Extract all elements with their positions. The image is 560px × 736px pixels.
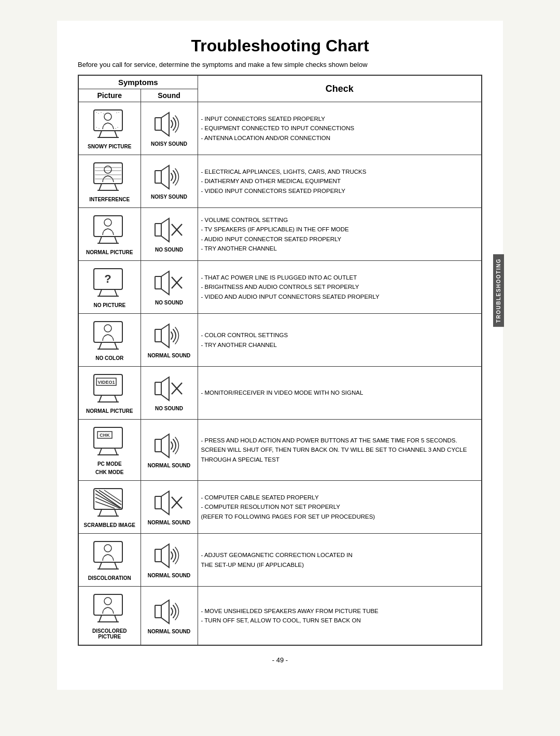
picture-cell: NORMAL PICTURE [78,208,141,261]
check-cell: - COMPUTER CABLE SEATED PROPERLY - COMPU… [198,481,482,534]
picture-cell: SCRAMBLED IMAGE [78,481,141,534]
svg-rect-49 [94,374,122,395]
svg-line-50 [99,395,102,402]
page-container: Troubleshooting Chart Before you call fo… [57,21,503,690]
picture-header: Picture [78,89,141,102]
svg-rect-55 [155,382,161,395]
page-subtitle: Before you call for service, determine t… [78,61,482,68]
svg-line-85 [99,615,102,622]
svg-rect-12 [96,127,97,128]
svg-rect-10 [116,113,117,113]
picture-label: NO PICTURE [93,302,125,308]
side-tab: TROUBLESHOOTING [493,254,504,327]
check-cell: - MONITOR/RECEIVER IN VIDEO MODE WITH NO… [198,367,482,420]
picture-cell: INTERFERENCE [78,155,141,208]
svg-line-2 [115,131,117,137]
svg-rect-7 [98,113,99,114]
check-cell: - COLOR CONTROL SETTINGS - TRY ANOTHER C… [198,314,482,367]
svg-rect-14 [117,127,118,128]
svg-line-60 [115,448,117,455]
svg-rect-75 [155,496,161,509]
svg-rect-64 [155,439,161,452]
svg-text:CHK: CHK [100,433,110,438]
picture-label: NORMAL PICTURE [86,249,133,255]
picture-label: SCRAMBLED IMAGE [84,522,135,528]
table-row: INTERFERENCE NOISY SOUND- ELECTRICAL APP… [78,155,482,208]
sound-cell: NO SOUND [141,261,198,314]
svg-line-18 [99,184,102,190]
picture-cell: NO COLOR [78,314,141,367]
picture-label: SNOWY PICTURE [88,144,131,149]
svg-line-36 [99,289,102,296]
page-number: - 49 - [78,656,482,664]
svg-line-45 [115,342,117,349]
table-row: CHK PC MODECHK MODE NORMAL SOUND- PRESS … [78,420,482,481]
sound-label: NORMAL SOUND [148,629,191,634]
svg-point-21 [104,166,111,173]
troubleshooting-table: Symptoms Check Picture Sound [78,75,482,646]
check-cell: - PRESS AND HOLD ACTION AND POWER BUTTON… [198,420,482,481]
picture-cell: CHK PC MODECHK MODE [78,420,141,481]
sound-cell: NO SOUND [141,367,198,420]
extra-label: PC MODE [97,461,122,467]
svg-rect-32 [155,224,161,236]
svg-rect-40 [155,276,161,289]
table-row: NORMAL PICTURE NO SOUND- VOLUME CONTROL … [78,208,482,261]
picture-label: CHK MODE [95,469,123,475]
sound-cell: NO SOUND [141,208,198,261]
svg-rect-8 [101,112,102,113]
svg-line-1 [99,131,102,137]
sound-cell: NORMAL SOUND [141,534,198,587]
sound-cell: NOISY SOUND [141,155,198,208]
picture-label: DISCOLORATION [88,575,131,581]
svg-rect-11 [118,112,119,113]
sound-label: NORMAL SOUND [148,463,191,468]
picture-cell: DISCOLORATION [78,534,141,587]
svg-rect-15 [115,128,116,129]
sound-label: NOISY SOUND [151,194,187,200]
sound-label: NO SOUND [155,247,183,253]
svg-line-86 [115,615,117,622]
svg-point-5 [104,113,111,120]
table-row: NO COLOR NORMAL SOUND- COLOR CONTROL SET… [78,314,482,367]
svg-line-80 [115,562,117,569]
check-cell: - ELECTRICAL APPLIANCES, LIGHTS, CARS, A… [198,155,482,208]
svg-line-59 [99,448,102,455]
svg-line-37 [115,289,117,296]
svg-rect-13 [99,128,100,129]
sound-label: NORMAL SOUND [148,353,191,358]
svg-line-79 [99,562,102,569]
page-title: Troubleshooting Chart [78,36,482,55]
svg-line-44 [99,342,102,349]
sound-label: NO SOUND [155,406,183,411]
check-cell: - ADJUST GEOMAGNETIC CORRECTION LOCATED … [198,534,482,587]
svg-point-31 [104,219,111,226]
picture-label: NORMAL PICTURE [86,408,133,414]
sound-cell: NOISY SOUND [141,102,198,155]
sound-label: NORMAL SOUND [148,573,191,578]
svg-rect-48 [155,329,161,342]
check-header: Check [198,75,482,102]
check-cell: - THAT AC POWER LINE IS PLUGGED INTO AC … [198,261,482,314]
picture-cell: DISCOLORED PICTURE [78,587,141,646]
svg-line-67 [115,509,117,516]
sound-label: NOISY SOUND [151,141,187,147]
sound-label: NO SOUND [155,300,183,305]
check-cell: - INPUT CONNECTORS SEATED PROPERLY - EQU… [198,102,482,155]
svg-rect-16 [155,118,161,130]
svg-line-19 [115,184,117,190]
svg-line-51 [115,395,117,402]
table-row: SCRAMBLED IMAGE NORMAL SOUND- COMPUTER C… [78,481,482,534]
svg-rect-83 [155,549,161,562]
check-cell: - VOLUME CONTROL SETTING - TV SPEAKERS (… [198,208,482,261]
svg-text:?: ? [105,272,111,285]
symptoms-header: Symptoms [78,75,198,89]
check-cell: - MOVE UNSHIELDED SPEAKERS AWAY FROM PIC… [198,587,482,646]
sound-cell: NORMAL SOUND [141,420,198,481]
table-row: ? NO PICTURE NO SOUND- THAT AC POWER LIN… [78,261,482,314]
sound-cell: NORMAL SOUND [141,587,198,646]
table-row: SNOWY PICTURE NOISY SOUND- INPUT CONNECT… [78,102,482,155]
picture-label: INTERFERENCE [89,197,130,202]
picture-label: NO COLOR [95,355,123,361]
svg-rect-58 [94,427,122,448]
